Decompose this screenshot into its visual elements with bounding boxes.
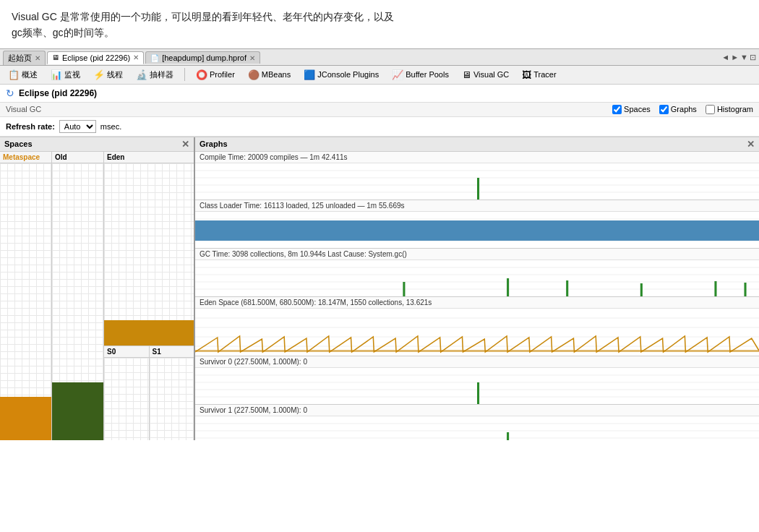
sampler-label: 抽样器 [150,69,173,80]
svg-rect-5 [477,178,479,200]
checkbox-histogram[interactable]: Histogram [706,105,753,114]
gc-time-section: GC Time: 3098 collections, 8m 10.944s La… [195,249,759,297]
svg-rect-40 [507,432,509,440]
metaspace-fill [0,397,51,440]
toolbar-overview[interactable]: 📋 概述 [4,68,41,82]
monitor-icon: 📊 [51,69,62,80]
spaces-checkbox[interactable] [612,105,622,114]
monitor-label: 监视 [64,69,80,80]
svg-rect-21 [714,281,716,296]
s1-col-header: S1 [150,346,194,358]
tab-heapdump-close[interactable]: ✕ [249,54,255,62]
tab-eclipse-icon: 🖥 [52,53,59,61]
compile-time-label: Compile Time: 20009 compiles — 1m 42.411… [195,152,759,163]
histogram-checkbox[interactable] [706,105,715,114]
bufferpools-label: Buffer Pools [406,70,449,79]
graphs-panel-header: Graphs ✕ [195,137,759,152]
app-title-bar: ↻ Eclipse (pid 22296) [0,85,759,103]
svg-rect-35 [195,416,759,440]
toolbar-bufferpools[interactable]: 📈 Buffer Pools [388,68,453,82]
jconsole-icon: 🟦 [304,69,315,80]
svg-rect-34 [477,382,479,404]
classloader-label: Class Loader Time: 16113 loaded, 125 unl… [195,200,759,212]
svg-rect-11 [195,220,759,241]
svg-rect-20 [640,283,643,296]
checkbox-spaces[interactable]: Spaces [612,105,651,114]
intro-line1: Visual GC 是常常使用的一个功能，可以明显的看到年轻代、老年代的内存变化… [12,9,747,25]
survivor0-graph [195,368,759,404]
gc-time-graph [195,260,759,296]
tab-home-close[interactable]: ✕ [35,54,40,62]
toolbar-mbeans[interactable]: 🟤 MBeans [244,68,294,82]
refresh-rate-unit: msec. [100,122,121,131]
svg-rect-19 [566,280,568,296]
intro-line2: gc频率、gc的时间等。 [12,25,747,40]
refresh-rate-bar: Refresh rate: Auto 100 200 500 1000 msec… [0,117,759,137]
survivor0-section: Survivor 0 (227.500M, 1.000M): 0 [195,356,759,405]
tab-eclipse[interactable]: 🖥 Eclipse (pid 22296) ✕ [47,51,144,64]
old-col-header: Old [52,152,103,163]
svg-rect-18 [507,278,509,296]
intro-text: Visual GC 是常常使用的一个功能，可以明显的看到年轻代、老年代的内存变化… [0,0,759,48]
graphs-panel-close[interactable]: ✕ [747,139,755,150]
toolbar-monitor[interactable]: 📊 监视 [47,68,84,82]
tab-nav-restore[interactable]: ⊡ [750,53,756,62]
eden-space-label: Eden Space (681.500M, 680.500M): 18.147M… [195,297,759,309]
toolbar-visualgc[interactable]: 🖥 Visual GC [458,68,513,82]
s1-col-body [150,358,194,440]
checkbox-graphs[interactable]: Graphs [659,105,697,114]
mbeans-icon: 🟤 [248,69,260,80]
metaspace-col-header: Metaspace [0,152,51,163]
tab-nav-list[interactable]: ▼ [740,53,748,62]
tab-home[interactable]: 起始页 ✕ [3,51,46,65]
eden-col-header: Eden [104,152,194,163]
graphs-scroll[interactable]: Compile Time: 20009 compiles — 1m 42.411… [195,152,759,440]
refresh-rate-label: Refresh rate: [6,122,55,131]
sampler-icon: 🔬 [136,69,147,80]
bufferpools-icon: 📈 [392,69,403,80]
tab-nav-prev[interactable]: ◄ [721,53,729,62]
survivor1-label: Survivor 1 (227.500M, 1.000M): 0 [195,405,759,416]
spaces-title: Spaces [4,140,33,148]
survivor1-section: Survivor 1 (227.500M, 1.000M): 0 [195,405,759,440]
refresh-rate-select[interactable]: Auto 100 200 500 1000 [59,120,96,133]
svg-rect-12 [195,260,759,296]
tab-heapdump[interactable]: 📄 [heapdump] dump.hprof ✕ [145,51,260,64]
graphs-panel: Graphs ✕ Compile Time: 20009 compiles — … [195,137,759,440]
main-content: Spaces ✕ Metaspace Old [0,137,759,440]
toolbar-sampler[interactable]: 🔬 抽样器 [132,68,177,82]
s1-col: S1 [150,346,194,440]
profiler-icon: ⭕ [196,69,207,80]
tab-eclipse-label: Eclipse (pid 22296) [62,53,130,62]
toolbar-jconsole[interactable]: 🟦 JConsole Plugins [300,68,382,82]
visualgc-icon: 🖥 [462,69,471,80]
eden-fill [104,320,194,346]
graphs-title: Graphs [200,140,228,148]
s0-col-body [104,358,149,440]
tab-eclipse-close[interactable]: ✕ [133,53,139,61]
checkboxes: Spaces Graphs Histogram [612,105,753,114]
s0-col: S0 [104,346,150,440]
compile-time-graph [195,163,759,200]
tab-heapdump-icon: 📄 [150,54,159,62]
gc-time-label: GC Time: 3098 collections, 8m 10.944s La… [195,249,759,260]
tab-nav-next[interactable]: ► [731,53,739,62]
eden-col: Eden [104,152,194,346]
graphs-checkbox[interactable] [659,105,669,114]
spaces-panel-close[interactable]: ✕ [181,139,189,150]
eden-s-section: Eden S0 S1 [104,152,194,440]
s-section: S0 S1 [104,346,194,440]
visualgc-label: Visual GC [473,70,509,79]
toolbar-tracer[interactable]: 🖼 Tracer [518,68,559,82]
profiler-label: Profiler [210,70,235,79]
svg-rect-17 [403,282,405,296]
compile-time-section: Compile Time: 20009 compiles — 1m 42.411… [195,152,759,200]
toolbar: 📋 概述 📊 监视 ⚡ 线程 🔬 抽样器 ⭕ Profiler 🟤 MBeans… [0,66,759,85]
eden-space-graph [195,309,759,356]
toolbar-threads[interactable]: ⚡ 线程 [90,68,126,82]
threads-label: 线程 [107,69,123,80]
toolbar-profiler[interactable]: ⭕ Profiler [192,68,239,82]
eden-space-section: Eden Space (681.500M, 680.500M): 18.147M… [195,297,759,356]
section-header-bar: Visual GC Spaces Graphs Histogram [0,103,759,117]
overview-icon: 📋 [8,69,20,80]
